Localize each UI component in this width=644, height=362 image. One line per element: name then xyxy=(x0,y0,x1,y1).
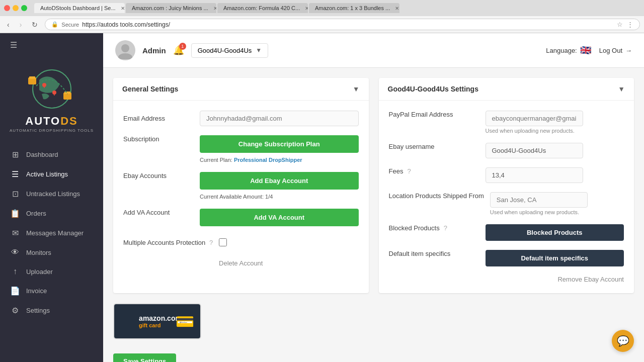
general-settings-header[interactable]: General Settings ▼ xyxy=(113,78,369,101)
gift-card-section: amazon.com gift card 💳 Save Settings xyxy=(113,303,369,362)
tab-1-close[interactable]: ✕ xyxy=(121,6,125,11)
store-settings-header[interactable]: Good4U-Good4Us Settings ▼ xyxy=(379,78,634,101)
email-row: Email Address xyxy=(123,111,359,126)
hamburger-btn[interactable]: ☰ xyxy=(0,33,103,57)
paypal-note: Used when uploading new products. xyxy=(486,128,624,134)
monitors-icon: 👁 xyxy=(10,248,20,257)
email-input[interactable] xyxy=(200,111,359,126)
sidebar-item-dashboard[interactable]: ⊞ Dashboard xyxy=(0,145,103,164)
help-icon-multiple[interactable]: ? xyxy=(209,239,213,246)
minimize-window-btn[interactable] xyxy=(13,5,19,11)
fees-input[interactable] xyxy=(486,167,583,183)
main-content: Admin 🔔 1 Good4U-Good4Us ▼ Language: 🇬🇧 … xyxy=(103,33,644,362)
help-icon-blocked[interactable]: ? xyxy=(444,224,447,232)
secure-icon: 🔒 xyxy=(51,21,58,28)
sidebar-logo: AUTODS AUTOMATIC DROPSHIPPING TOOLS xyxy=(0,57,103,141)
general-settings-title: General Settings xyxy=(122,85,178,93)
fees-label: Fees ? xyxy=(389,167,479,175)
sidebar-item-untracked[interactable]: ⊡ Untracked Listings xyxy=(0,184,103,204)
default-item-btn-wrap: Default item specifics xyxy=(486,250,624,266)
tab-4-close[interactable]: ✕ xyxy=(395,6,399,11)
tab-2-close[interactable]: ✕ xyxy=(213,6,216,11)
location-input[interactable] xyxy=(490,192,588,208)
settings-content: General Settings ▼ Email Address Subscri… xyxy=(103,68,644,362)
chat-bubble[interactable]: 💬 xyxy=(612,330,634,352)
multiple-protection-checkbox[interactable] xyxy=(219,238,227,246)
sidebar-item-active-listings[interactable]: ☰ Active Listings xyxy=(0,164,103,184)
tab-4[interactable]: Amazon.com: 1 x 3 Bundles ... ✕ xyxy=(309,3,399,13)
current-plan-prefix: Current Plan: xyxy=(200,157,232,163)
tab-3-label: Amazon.com: Formula 420 C... xyxy=(223,5,300,11)
general-settings-panel: General Settings ▼ Email Address Subscri… xyxy=(113,78,369,293)
address-bar[interactable]: 🔒 Secure https://autods tools.com/settin… xyxy=(45,19,640,30)
tab-1[interactable]: AutoDStools Dashboard | Se... ✕ xyxy=(34,3,125,13)
sidebar-item-uploader[interactable]: ↑ Uploader xyxy=(0,262,103,281)
tab-2[interactable]: Amazon.com : Juicy Minions ... ✕ xyxy=(126,3,216,13)
add-va-row: Add VA Account Add VA Account xyxy=(123,209,359,229)
sidebar-item-monitors[interactable]: 👁 Monitors xyxy=(0,243,103,262)
top-header: Admin 🔔 1 Good4U-Good4Us ▼ Language: 🇬🇧 … xyxy=(103,33,644,68)
close-window-btn[interactable] xyxy=(4,5,10,11)
notification-btn[interactable]: 🔔 1 xyxy=(173,45,184,56)
sidebar-nav: ⊞ Dashboard ☰ Active Listings ⊡ Untracke… xyxy=(0,141,103,362)
back-btn[interactable]: ‹ xyxy=(4,20,13,30)
sidebar-item-settings[interactable]: ⚙ Settings xyxy=(0,301,103,320)
current-plan-text: Current Plan: Professional DropShipper xyxy=(200,157,359,163)
change-plan-btn[interactable]: Change Subscription Plan xyxy=(200,135,359,153)
blocked-products-btn[interactable]: Blocked Products xyxy=(486,224,624,241)
extend-icon[interactable]: ⋮ xyxy=(627,21,633,28)
ebay-accounts-row: Ebay Accounts Add Ebay Account Current A… xyxy=(123,172,359,200)
logout-btn[interactable]: Log Out → xyxy=(599,47,632,54)
language-label: Language: xyxy=(546,47,577,54)
reload-btn[interactable]: ↻ xyxy=(29,20,41,30)
current-plan-value: Professional DropShipper xyxy=(234,157,302,163)
svg-point-8 xyxy=(121,44,129,52)
tab-3-close[interactable]: ✕ xyxy=(305,6,308,11)
bookmark-icon[interactable]: ☆ xyxy=(617,21,623,28)
paypal-label: PayPal Email Address xyxy=(389,111,479,118)
active-listings-icon: ☰ xyxy=(10,169,20,179)
sidebar-item-invoice[interactable]: 📄 Invoice xyxy=(0,281,103,301)
gift-card-image: amazon.com gift card 💳 xyxy=(114,304,200,338)
forward-btn[interactable]: › xyxy=(17,20,25,30)
tab-3[interactable]: Amazon.com: Formula 420 C... ✕ xyxy=(217,3,308,13)
default-item-btn[interactable]: Default item specifics xyxy=(486,250,624,266)
tab-4-label: Amazon.com: 1 x 3 Bundles ... xyxy=(315,5,390,11)
location-label: Location Products Shipped From xyxy=(389,192,484,200)
svg-rect-5 xyxy=(29,76,35,79)
general-settings-collapse-icon: ▼ xyxy=(353,85,360,93)
amazon-text-group: amazon.com gift card xyxy=(133,314,182,328)
sidebar-label-active-listings: Active Listings xyxy=(26,170,68,178)
location-note: Used when uploading new products. xyxy=(490,209,624,215)
general-settings-body: Email Address Subscription Change Subscr… xyxy=(113,101,369,277)
paypal-input-wrap: Used when uploading new products. xyxy=(486,111,624,134)
main-layout: ☰ xyxy=(0,33,644,362)
add-va-controls: Add VA Account xyxy=(200,209,359,229)
blocked-btn-wrap: Blocked Products xyxy=(486,224,624,241)
sidebar-label-settings: Settings xyxy=(26,307,50,314)
dashboard-icon: ⊞ xyxy=(10,150,20,159)
logo-ds: DS xyxy=(60,115,78,127)
tab-1-label: AutoDStools Dashboard | Se... xyxy=(40,5,116,11)
paypal-input[interactable] xyxy=(486,111,583,126)
sidebar-label-invoice: Invoice xyxy=(26,287,47,295)
location-input-wrap: Used when uploading new products. xyxy=(490,192,624,215)
ebay-username-input[interactable] xyxy=(486,143,583,158)
store-settings-body: PayPal Email Address Used when uploading… xyxy=(379,101,634,293)
sidebar-item-messages[interactable]: ✉ Messages Manager xyxy=(0,223,103,243)
save-settings-btn[interactable]: Save Settings xyxy=(113,353,176,362)
store-name: Good4U-Good4Us xyxy=(198,47,252,54)
delete-account-link[interactable]: Delete Account xyxy=(123,255,359,267)
chevron-down-icon: ▼ xyxy=(256,47,262,54)
store-dropdown[interactable]: Good4U-Good4Us ▼ xyxy=(191,43,269,58)
add-va-btn[interactable]: Add VA Account xyxy=(200,209,359,226)
paypal-row: PayPal Email Address Used when uploading… xyxy=(389,111,624,134)
help-icon-fees[interactable]: ? xyxy=(407,167,411,175)
add-ebay-btn[interactable]: Add Ebay Account xyxy=(200,172,359,190)
maximize-window-btn[interactable] xyxy=(21,5,27,11)
avatar xyxy=(115,40,135,60)
remove-ebay-link[interactable]: Remove Ebay Account xyxy=(389,276,624,283)
uploader-icon: ↑ xyxy=(10,267,20,276)
sidebar-item-orders[interactable]: 📋 Orders xyxy=(0,204,103,223)
sidebar-label-monitors: Monitors xyxy=(26,249,51,256)
